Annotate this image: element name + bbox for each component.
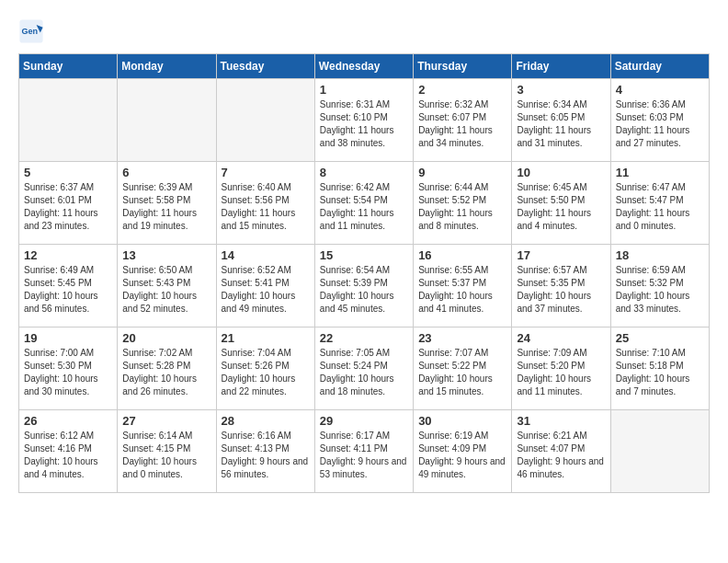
day-number: 28 (222, 414, 310, 428)
day-number: 25 (616, 331, 704, 345)
calendar-cell: 17Sunrise: 6:57 AMSunset: 5:35 PMDayligh… (512, 245, 610, 327)
weekday-header-tuesday: Tuesday (216, 54, 314, 79)
day-info: Sunrise: 6:34 AMSunset: 6:05 PMDaylight:… (517, 98, 605, 150)
day-info: Sunrise: 6:19 AMSunset: 4:09 PMDaylight:… (418, 430, 506, 481)
day-number: 20 (122, 331, 210, 345)
day-number: 1 (320, 83, 408, 97)
day-number: 3 (517, 83, 605, 97)
day-info: Sunrise: 7:07 AMSunset: 5:22 PMDaylight:… (418, 347, 506, 398)
day-info: Sunrise: 6:12 AMSunset: 4:16 PMDaylight:… (24, 430, 112, 481)
calendar-cell: 1Sunrise: 6:31 AMSunset: 6:10 PMDaylight… (314, 79, 413, 162)
day-info: Sunrise: 6:40 AMSunset: 5:56 PMDaylight:… (222, 181, 310, 233)
weekday-header-thursday: Thursday (414, 54, 512, 79)
day-number: 24 (517, 331, 605, 345)
day-info: Sunrise: 6:55 AMSunset: 5:37 PMDaylight:… (418, 264, 506, 316)
day-info: Sunrise: 6:57 AMSunset: 5:35 PMDaylight:… (517, 264, 605, 316)
week-row-4: 19Sunrise: 7:00 AMSunset: 5:30 PMDayligh… (19, 327, 710, 410)
day-info: Sunrise: 6:44 AMSunset: 5:52 PMDaylight:… (418, 181, 506, 233)
page-header: Gen (18, 18, 710, 44)
calendar-cell: 19Sunrise: 7:00 AMSunset: 5:30 PMDayligh… (19, 327, 118, 410)
day-number: 27 (122, 414, 210, 428)
week-row-1: 1Sunrise: 6:31 AMSunset: 6:10 PMDaylight… (19, 79, 710, 162)
day-number: 19 (24, 331, 112, 345)
weekday-header-wednesday: Wednesday (314, 54, 413, 79)
day-number: 16 (418, 248, 506, 262)
calendar-cell: 9Sunrise: 6:44 AMSunset: 5:52 PMDaylight… (414, 162, 512, 245)
day-number: 8 (320, 166, 408, 179)
day-info: Sunrise: 6:59 AMSunset: 5:32 PMDaylight:… (616, 264, 704, 316)
calendar-cell: 27Sunrise: 6:14 AMSunset: 4:15 PMDayligh… (118, 410, 216, 493)
calendar-cell: 4Sunrise: 6:36 AMSunset: 6:03 PMDaylight… (610, 79, 709, 162)
day-number: 12 (24, 248, 112, 262)
day-number: 6 (122, 166, 210, 179)
calendar-cell: 5Sunrise: 6:37 AMSunset: 6:01 PMDaylight… (19, 162, 118, 245)
day-info: Sunrise: 6:16 AMSunset: 4:13 PMDaylight:… (222, 430, 310, 481)
calendar-cell: 23Sunrise: 7:07 AMSunset: 5:22 PMDayligh… (414, 327, 512, 410)
day-number: 7 (222, 166, 310, 179)
calendar-cell (610, 410, 709, 493)
calendar-cell: 3Sunrise: 6:34 AMSunset: 6:05 PMDaylight… (512, 79, 610, 162)
calendar-cell: 11Sunrise: 6:47 AMSunset: 5:47 PMDayligh… (610, 162, 709, 245)
calendar-cell: 16Sunrise: 6:55 AMSunset: 5:37 PMDayligh… (414, 245, 512, 327)
weekday-header-monday: Monday (118, 54, 216, 79)
day-info: Sunrise: 6:54 AMSunset: 5:39 PMDaylight:… (320, 264, 408, 316)
week-row-2: 5Sunrise: 6:37 AMSunset: 6:01 PMDaylight… (19, 162, 710, 245)
weekday-header-friday: Friday (512, 54, 610, 79)
day-number: 22 (320, 331, 408, 345)
calendar-cell (19, 79, 118, 162)
calendar-cell: 14Sunrise: 6:52 AMSunset: 5:41 PMDayligh… (216, 245, 314, 327)
week-row-3: 12Sunrise: 6:49 AMSunset: 5:45 PMDayligh… (19, 245, 710, 327)
day-info: Sunrise: 7:00 AMSunset: 5:30 PMDaylight:… (24, 347, 112, 398)
calendar-cell: 30Sunrise: 6:19 AMSunset: 4:09 PMDayligh… (414, 410, 512, 493)
calendar-cell: 18Sunrise: 6:59 AMSunset: 5:32 PMDayligh… (610, 245, 709, 327)
day-info: Sunrise: 6:39 AMSunset: 5:58 PMDaylight:… (122, 181, 210, 233)
day-info: Sunrise: 7:02 AMSunset: 5:28 PMDaylight:… (122, 347, 210, 398)
calendar-cell: 26Sunrise: 6:12 AMSunset: 4:16 PMDayligh… (19, 410, 118, 493)
day-info: Sunrise: 6:17 AMSunset: 4:11 PMDaylight:… (320, 430, 408, 481)
day-number: 21 (222, 331, 310, 345)
logo-icon: Gen (18, 18, 44, 44)
day-number: 11 (616, 166, 704, 179)
day-number: 10 (517, 166, 605, 179)
day-number: 29 (320, 414, 408, 428)
day-info: Sunrise: 6:45 AMSunset: 5:50 PMDaylight:… (517, 181, 605, 233)
day-info: Sunrise: 7:09 AMSunset: 5:20 PMDaylight:… (517, 347, 605, 398)
day-number: 26 (24, 414, 112, 428)
calendar-cell: 28Sunrise: 6:16 AMSunset: 4:13 PMDayligh… (216, 410, 314, 493)
calendar-cell: 31Sunrise: 6:21 AMSunset: 4:07 PMDayligh… (512, 410, 610, 493)
day-number: 30 (418, 414, 506, 428)
day-number: 15 (320, 248, 408, 262)
calendar-cell: 13Sunrise: 6:50 AMSunset: 5:43 PMDayligh… (118, 245, 216, 327)
weekday-header-sunday: Sunday (19, 54, 118, 79)
day-info: Sunrise: 6:47 AMSunset: 5:47 PMDaylight:… (616, 181, 704, 233)
day-info: Sunrise: 7:04 AMSunset: 5:26 PMDaylight:… (222, 347, 310, 398)
day-number: 18 (616, 248, 704, 262)
day-info: Sunrise: 6:21 AMSunset: 4:07 PMDaylight:… (517, 430, 605, 481)
day-info: Sunrise: 7:05 AMSunset: 5:24 PMDaylight:… (320, 347, 408, 398)
day-number: 17 (517, 248, 605, 262)
week-row-5: 26Sunrise: 6:12 AMSunset: 4:16 PMDayligh… (19, 410, 710, 493)
day-info: Sunrise: 6:52 AMSunset: 5:41 PMDaylight:… (222, 264, 310, 316)
calendar-cell: 2Sunrise: 6:32 AMSunset: 6:07 PMDaylight… (414, 79, 512, 162)
calendar-cell: 25Sunrise: 7:10 AMSunset: 5:18 PMDayligh… (610, 327, 709, 410)
day-info: Sunrise: 6:32 AMSunset: 6:07 PMDaylight:… (418, 98, 506, 150)
calendar-cell: 22Sunrise: 7:05 AMSunset: 5:24 PMDayligh… (314, 327, 413, 410)
day-info: Sunrise: 6:42 AMSunset: 5:54 PMDaylight:… (320, 181, 408, 233)
day-number: 9 (418, 166, 506, 179)
day-info: Sunrise: 6:37 AMSunset: 6:01 PMDaylight:… (24, 181, 112, 233)
day-number: 4 (616, 83, 704, 97)
day-info: Sunrise: 6:36 AMSunset: 6:03 PMDaylight:… (616, 98, 704, 150)
day-info: Sunrise: 7:10 AMSunset: 5:18 PMDaylight:… (616, 347, 704, 398)
calendar-cell (216, 79, 314, 162)
calendar-cell: 12Sunrise: 6:49 AMSunset: 5:45 PMDayligh… (19, 245, 118, 327)
day-number: 5 (24, 166, 112, 179)
calendar-cell: 6Sunrise: 6:39 AMSunset: 5:58 PMDaylight… (118, 162, 216, 245)
day-number: 23 (418, 331, 506, 345)
day-number: 31 (517, 414, 605, 428)
day-info: Sunrise: 6:49 AMSunset: 5:45 PMDaylight:… (24, 264, 112, 316)
calendar-cell: 7Sunrise: 6:40 AMSunset: 5:56 PMDaylight… (216, 162, 314, 245)
calendar-cell: 20Sunrise: 7:02 AMSunset: 5:28 PMDayligh… (118, 327, 216, 410)
day-info: Sunrise: 6:50 AMSunset: 5:43 PMDaylight:… (122, 264, 210, 316)
weekday-header-saturday: Saturday (610, 54, 709, 79)
svg-text:Gen: Gen (22, 27, 39, 36)
